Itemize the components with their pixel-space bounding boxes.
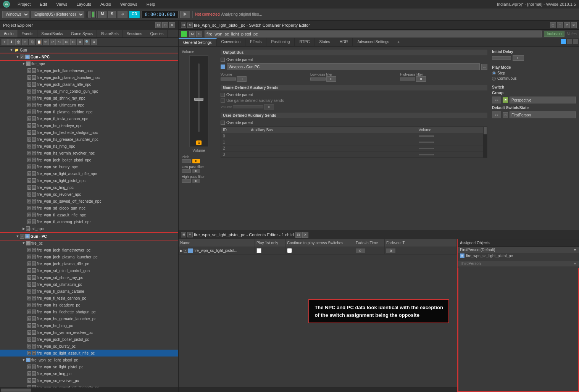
aux-cell-bus-1[interactable] — [249, 139, 417, 145]
list-item[interactable]: □□fire_wpn_sd_mind_control_gun — [0, 267, 178, 274]
horizontal-scrollbar[interactable] — [0, 387, 178, 392]
prop-help-btn[interactable]: ? — [564, 22, 570, 28]
m-badge[interactable]: M — [189, 31, 195, 37]
color-btn[interactable] — [86, 11, 97, 18]
bus-browse-btn[interactable]: ... — [481, 64, 487, 70]
list-item[interactable]: □□fire_wpn_sd_ultimatum_pc — [0, 281, 178, 288]
continue-checkbox[interactable] — [287, 248, 292, 253]
bus-name-input[interactable] — [227, 63, 480, 70]
list-item[interactable]: □□fire_wpn_sc_revolver_npc — [0, 191, 178, 198]
aux-cell-bus-3[interactable] — [249, 152, 417, 158]
tab-advanced-settings[interactable]: Advanced Settings — [353, 38, 394, 46]
cut-btn[interactable]: ✂ — [22, 39, 28, 45]
highpass-knob[interactable] — [182, 179, 191, 183]
tab-view-btn3[interactable] — [573, 39, 578, 44]
list-item[interactable]: □□fire_wpn_hs_vermin_revolver_npc — [0, 150, 178, 156]
step-radio[interactable] — [492, 71, 496, 75]
delay-knob[interactable] — [492, 56, 511, 60]
list-item[interactable]: □□fire_wpn_sc_lmg_pc — [0, 370, 178, 377]
play-btn[interactable] — [180, 11, 190, 18]
pitch-knob[interactable] — [182, 159, 191, 163]
s-badge[interactable]: S — [196, 31, 202, 37]
panel-float-btn[interactable]: □ — [162, 22, 168, 28]
user-def-override-cb[interactable] — [221, 121, 225, 125]
tree-item-fire-npc[interactable]: ▼ □ fire_npc — [0, 60, 178, 67]
list-item[interactable]: □□fire_wpn_sd_shrink_ray_npc — [0, 95, 178, 102]
bus-lowpass-knob[interactable] — [310, 77, 326, 81]
menu-windows[interactable]: Windows — [119, 1, 139, 7]
expand-btn[interactable]: ⊕ — [63, 39, 69, 45]
paste-btn[interactable]: 📋 — [36, 39, 42, 45]
list-item[interactable]: □□fire_wpn_sd_gloop_gun_npc — [0, 205, 178, 211]
filter-btn[interactable]: 🔍 — [84, 39, 90, 45]
list-item[interactable]: □□fire_wpn_joch_plasma_rifle_npc — [0, 81, 178, 88]
color-indicator[interactable] — [181, 31, 187, 37]
continuous-radio[interactable] — [492, 77, 496, 81]
list-item[interactable]: □□fire_wpn_hs_deadeye_pc — [0, 302, 178, 308]
default-state-input[interactable] — [510, 111, 576, 118]
s-btn[interactable]: S — [108, 11, 116, 18]
list-item[interactable]: □□fire_wpn_tl_plasma_carbine_npc — [0, 108, 178, 115]
tree-item-selected[interactable]: □□fire_wpn_sc_light_assault_rifle_pc — [0, 350, 178, 357]
expand-tail-npc[interactable]: ▶ — [21, 226, 26, 231]
contents-data-row[interactable]: ▶ ✓ fire_wpn_sc_light_pistol... 0 — [179, 247, 457, 255]
menu-layouts[interactable]: Layouts — [75, 1, 93, 7]
prop-maximize-btn[interactable]: ⊡ — [550, 22, 556, 28]
menu-project[interactable]: Project — [16, 1, 32, 7]
collapse-btn[interactable]: ⊖ — [70, 39, 76, 45]
fader-thumb[interactable] — [194, 98, 203, 101]
list-item[interactable]: □□fire_wpn_joch_plasma_launcher_pc — [0, 253, 178, 260]
list-item[interactable]: □□fire_wpn_sc_revolver_pc — [0, 377, 178, 384]
aux-scroll-thumb[interactable] — [484, 127, 487, 134]
tab-positioning[interactable]: Positioning — [266, 38, 295, 46]
list-item[interactable]: □□fire_wpn_joch_plasma_rifle_pc — [0, 260, 178, 267]
panel-close-btn[interactable]: ✕ — [169, 22, 175, 28]
expand-fire-pc[interactable]: ▼ — [21, 241, 26, 245]
list-item[interactable]: □□fire_wpn_sc_light_pistol_pc — [0, 363, 178, 370]
tab-game-syncs[interactable]: Game Syncs — [67, 30, 97, 37]
menu-edit[interactable]: Edit — [38, 1, 48, 7]
tree-item-fire-pc[interactable]: ▼ □ fire_pc — [0, 240, 178, 247]
delete-btn[interactable]: 🗑 — [15, 39, 21, 45]
tab-view-btn2[interactable] — [567, 39, 572, 44]
language-dropdown[interactable]: English(US) (Reference) — [31, 11, 84, 18]
prop-close-btn[interactable]: ✕ — [571, 22, 577, 28]
list-item[interactable]: □□fire_wpn_hs_vermin_revolver_pc — [0, 329, 178, 336]
copy-btn[interactable]: ⎘ — [29, 39, 35, 45]
list-item[interactable]: □□fire_wpn_sc_sawed_off_flechette_pc — [0, 384, 178, 387]
expand-row-icon[interactable]: ▶ — [180, 249, 183, 253]
list-item[interactable]: □□fire_wpn_joch_plasma_launcher_npc — [0, 74, 178, 81]
link-btn[interactable] — [118, 11, 127, 18]
redo-btn[interactable]: ↪ — [56, 39, 63, 45]
tab-sessions[interactable]: Sessions — [123, 30, 147, 37]
list-item[interactable]: □□fire_wpn_joch_flamethrower_pc — [0, 247, 178, 253]
list-item[interactable]: □□fire_wpn_sc_light_pistol_npc — [0, 177, 178, 184]
tab-hdr[interactable]: HDR — [335, 38, 353, 46]
workspace-dropdown[interactable]: Windows — [2, 11, 29, 18]
list-item[interactable]: □□fire_wpn_hs_hmg_pc — [0, 322, 178, 329]
list-item[interactable]: □□fire_wpn_hs_flechette_shotgun_pc — [0, 308, 178, 315]
list-item[interactable]: □□fire_wpn_joch_flamethrower_npc — [0, 67, 178, 74]
menu-views[interactable]: Views — [55, 1, 69, 7]
list-item[interactable]: □□fire_wpn_hs_flechette_shotgun_npc — [0, 129, 178, 136]
list-item[interactable]: □□fire_wpn_tl_assault_rifle_npc — [0, 211, 178, 218]
aux-cell-bus-2[interactable] — [249, 145, 417, 152]
tree-item-gun-pc[interactable]: ▼ ✓ ⊞ Gun - PC — [0, 233, 178, 240]
cell-continue[interactable] — [285, 247, 354, 254]
aux-cell-bus-0[interactable] — [249, 133, 417, 139]
undo-btn[interactable]: ↩ — [50, 39, 56, 45]
tab-view-btn1[interactable] — [561, 39, 566, 44]
tab-general-settings[interactable]: General Settings — [179, 38, 217, 46]
tab-states[interactable]: States — [314, 38, 335, 46]
contents-close-btn[interactable]: ✕ — [302, 232, 308, 238]
list-item[interactable]: ▶□tail_npc — [0, 225, 178, 232]
tab-conversion[interactable]: Conversion — [217, 38, 246, 46]
expand-gun-npc[interactable]: ▼ — [15, 55, 20, 59]
expand-fire-npc[interactable]: ▼ — [21, 61, 26, 66]
list-item[interactable]: □□fire_wpn_sc_bursty_pc — [0, 343, 178, 350]
rename-btn[interactable]: ✏ — [43, 39, 49, 45]
list-item[interactable]: □□fire_wpn_hs_hmg_npc — [0, 143, 178, 150]
list-item[interactable]: □□fire_wpn_joch_bolter_pistol_pc — [0, 336, 178, 343]
list-item[interactable]: □□fire_wpn_tl_automag_pistol_npc — [0, 218, 178, 225]
expand-gun[interactable]: ▼ — [9, 48, 14, 52]
